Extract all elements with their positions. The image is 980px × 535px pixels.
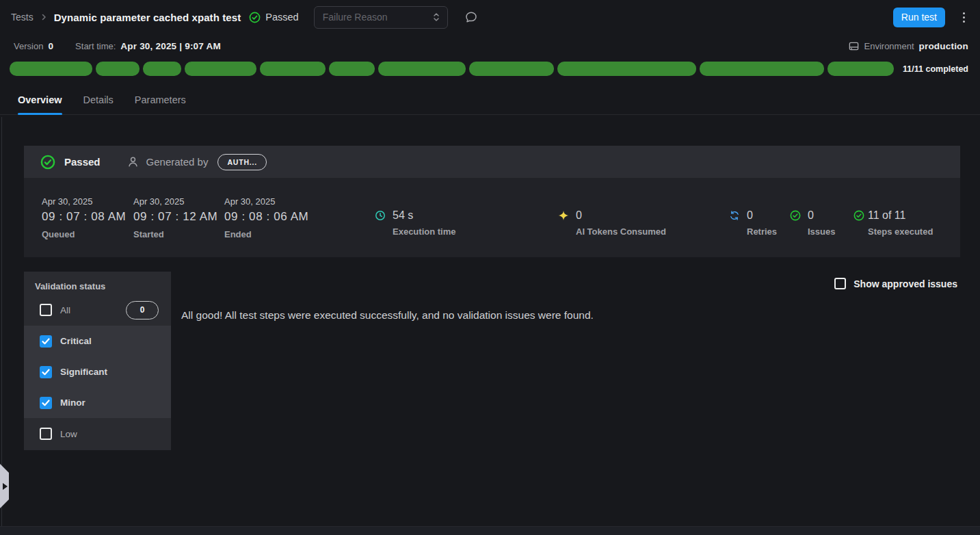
status-badge: Passed [249, 12, 298, 23]
stat-retries: 0 Retries [729, 209, 777, 237]
check-circle-icon [249, 12, 261, 23]
show-approved-label: Show approved issues [853, 278, 957, 289]
issue-count-badge: 0 [126, 301, 159, 319]
filter-low-label: Low [60, 429, 77, 439]
generated-by-pill[interactable]: AUTH... [217, 154, 267, 170]
stat-value: 11 of 11 [868, 209, 905, 222]
failure-reason-select[interactable]: Failure Reason [314, 6, 448, 29]
environment: Environment production [848, 40, 968, 52]
chevron-right-icon [3, 483, 8, 490]
summary-status-label: Passed [64, 156, 101, 168]
progress-segment[interactable] [469, 62, 554, 76]
stat-label: AI Tokens Consumed [558, 226, 666, 237]
clock-icon [375, 210, 386, 221]
progress-segment[interactable] [96, 62, 140, 76]
sparkle-icon [558, 210, 569, 221]
validation-status-title: Validation status [24, 272, 171, 294]
stat-label: Issues [790, 226, 835, 237]
summary-card: Passed Generated by AUTH... Apr 30, 2025… [24, 146, 960, 257]
filter-significant[interactable]: Significant [24, 356, 171, 387]
generated-by-label: Generated by [146, 156, 209, 168]
filter-all[interactable]: All 0 [24, 294, 171, 326]
timestamp-date: Apr 30, 2025 [224, 196, 308, 207]
retry-icon [729, 210, 740, 221]
filter-low[interactable]: Low [24, 418, 171, 449]
progress-segment[interactable] [143, 62, 181, 76]
timestamp-time: 09 : 08 : 06 AM [224, 210, 308, 224]
progress-segment[interactable] [557, 62, 697, 76]
run-test-button[interactable]: Run test [893, 8, 945, 27]
filter-critical-label: Critical [60, 336, 92, 346]
kebab-menu-icon[interactable] [959, 10, 969, 25]
stat-label: Retries [729, 226, 777, 237]
stat-ai-tokens: 0 AI Tokens Consumed [558, 209, 666, 237]
all-good-message: All good! All test steps were executed s… [181, 309, 594, 322]
stat-value: 0 [576, 209, 582, 222]
breadcrumb-tests-link[interactable]: Tests [11, 12, 34, 23]
all-checkbox[interactable] [40, 304, 52, 316]
progress-segment[interactable] [260, 62, 326, 76]
stat-label: Steps executed [853, 226, 933, 237]
version-value: 0 [48, 41, 53, 51]
top-bar: Tests Dynamic parameter cached xpath tes… [0, 0, 980, 34]
progress-row: 11/11 completed [0, 57, 980, 76]
environment-value: production [919, 41, 969, 51]
app-root: Tests Dynamic parameter cached xpath tes… [0, 0, 980, 535]
filter-critical[interactable]: Critical [24, 326, 171, 356]
timestamp-ended: Apr 30, 2025 09 : 08 : 06 AM Ended [224, 196, 308, 239]
minor-checkbox[interactable] [40, 397, 52, 409]
summary-card-body: Apr 30, 2025 09 : 07 : 08 AM Queued Apr … [24, 178, 960, 257]
timestamp-label: Queued [42, 229, 126, 239]
filter-significant-label: Significant [60, 367, 107, 377]
comment-icon[interactable] [464, 10, 478, 24]
environment-drive-icon [848, 40, 860, 52]
stat-value: 54 s [393, 209, 413, 222]
stat-value: 0 [747, 209, 753, 222]
filter-group: Critical Significant Minor [24, 326, 171, 418]
critical-checkbox[interactable] [40, 335, 52, 348]
timestamp-label: Ended [224, 229, 308, 239]
timestamp-started: Apr 30, 2025 09 : 07 : 12 AM Started [133, 196, 217, 239]
tab-overview[interactable]: Overview [18, 88, 62, 114]
show-approved-issues[interactable]: Show approved issues [834, 278, 957, 289]
low-checkbox[interactable] [40, 428, 52, 440]
stat-execution-time: 54 s Execution time [375, 209, 455, 237]
check-circle-icon [853, 210, 864, 221]
timestamp-time: 09 : 07 : 08 AM [42, 210, 126, 224]
stat-steps-executed: 11 of 11 Steps executed [853, 209, 933, 237]
progress-segment[interactable] [10, 62, 92, 76]
progress-segment[interactable] [185, 62, 256, 76]
environment-label: Environment [864, 41, 914, 51]
validation-status-panel: Validation status All 0 Critical Signifi… [24, 272, 171, 450]
progress-completed-label: 11/11 completed [903, 64, 968, 74]
tab-details[interactable]: Details [83, 88, 114, 114]
check-circle-icon [40, 155, 55, 170]
timestamp-queued: Apr 30, 2025 09 : 07 : 08 AM Queued [42, 196, 126, 239]
meta-left: Version 0 Start time: Apr 30, 2025 | 9:0… [14, 41, 848, 51]
person-icon [127, 155, 140, 168]
tab-bar: Overview Details Parameters [0, 88, 980, 115]
filter-minor[interactable]: Minor [24, 387, 171, 418]
timestamp-time: 09 : 07 : 12 AM [133, 210, 217, 224]
progress-bar [10, 62, 894, 76]
progress-segment[interactable] [700, 62, 823, 76]
page-title: Dynamic parameter cached xpath test [54, 12, 241, 23]
tab-parameters[interactable]: Parameters [135, 88, 186, 114]
expand-panel-handle[interactable] [0, 464, 9, 508]
filter-minor-label: Minor [60, 397, 85, 408]
progress-segment[interactable] [378, 62, 465, 76]
progress-segment[interactable] [329, 62, 375, 76]
breadcrumb: Tests Dynamic parameter cached xpath tes… [11, 6, 893, 29]
show-approved-checkbox[interactable] [834, 278, 846, 289]
significant-checkbox[interactable] [40, 366, 52, 378]
version-label: Version [14, 41, 43, 51]
top-bar-actions: Run test [893, 8, 969, 27]
progress-segment[interactable] [827, 62, 894, 76]
summary-card-header: Passed Generated by AUTH... [24, 146, 960, 178]
start-time-label: Start time: [75, 41, 116, 51]
start-time-value: Apr 30, 2025 | 9:07 AM [120, 41, 221, 51]
failure-reason-placeholder: Failure Reason [323, 12, 388, 23]
panel-divider [1, 117, 2, 526]
chevron-right-icon [40, 14, 47, 21]
stat-value: 0 [808, 209, 814, 222]
